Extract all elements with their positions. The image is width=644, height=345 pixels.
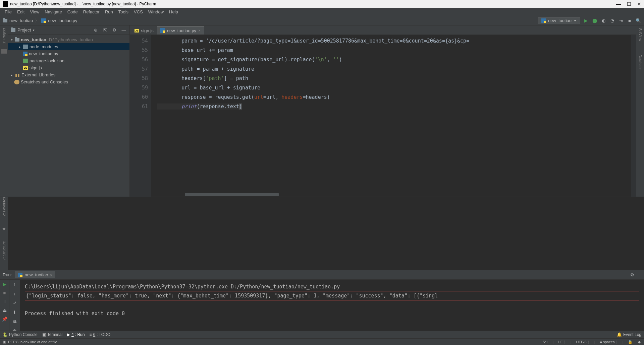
- chevron-down-icon: ▼: [574, 19, 577, 22]
- hide-icon[interactable]: —: [635, 272, 641, 278]
- gear-icon[interactable]: ⚙: [111, 27, 117, 33]
- pin-button[interactable]: 📌: [2, 316, 8, 322]
- left-tool-strip: 1: Project: [0, 25, 8, 197]
- menu-view[interactable]: View: [28, 9, 41, 15]
- todo-button[interactable]: ≡ 6: TODO: [89, 332, 110, 337]
- menu-file[interactable]: File: [3, 9, 14, 15]
- tree-item-scratches[interactable]: Scratches and Consoles: [8, 78, 129, 85]
- horizontal-scrollbar[interactable]: [151, 193, 629, 197]
- event-log-button[interactable]: 🔔 Event Log: [617, 332, 641, 337]
- editor-minimap[interactable]: [631, 35, 636, 197]
- run-button[interactable]: ▶: [583, 18, 589, 24]
- status-hector-icon[interactable]: ☻: [637, 340, 641, 344]
- menu-run[interactable]: Run: [103, 9, 115, 15]
- favorites-tool-button[interactable]: 2: Favorites: [2, 197, 6, 216]
- structure-tool-button[interactable]: 7: Structure: [2, 241, 6, 260]
- menu-edit[interactable]: Edit: [15, 9, 26, 15]
- expand-arrow-icon[interactable]: ▾: [10, 38, 13, 42]
- terminal-button[interactable]: ▣ Terminal: [42, 332, 62, 337]
- tree-item-new-tuotiao-py[interactable]: new_tuotiao.py: [8, 50, 129, 57]
- tree-item-package-lock[interactable]: package-lock.json: [8, 57, 129, 64]
- close-tab-icon[interactable]: ×: [198, 28, 200, 32]
- tree-item-external-libraries[interactable]: ▸ ▮▮ External Libraries: [8, 71, 129, 78]
- js-file-icon: JS: [23, 66, 28, 70]
- menu-vcs[interactable]: VCS: [132, 9, 145, 15]
- status-icon: ▣: [3, 340, 6, 344]
- chevron-right-icon: 〉: [35, 18, 39, 24]
- editor-tab-label: new_tuotiao.py: [167, 28, 196, 33]
- chevron-down-icon[interactable]: ▾: [33, 28, 35, 32]
- debug-button[interactable]: ⬤: [592, 18, 598, 24]
- editor-tab-sign-js[interactable]: JS sign.js: [131, 26, 157, 34]
- exit-button[interactable]: ⏏: [2, 307, 8, 313]
- status-bar: ▣ PEP 8: blank line at end of file 5:1 |…: [0, 338, 644, 345]
- menu-help[interactable]: Help: [167, 9, 180, 15]
- menu-window[interactable]: Window: [146, 9, 166, 15]
- print-button[interactable]: 🖶: [12, 319, 18, 325]
- pause-button[interactable]: ⏸: [2, 298, 8, 304]
- expand-arrow-icon[interactable]: ▸: [10, 73, 13, 77]
- soft-wrap-button[interactable]: ⤶: [12, 300, 18, 306]
- run-output[interactable]: C:\Users\lijun\AppData\Local\Programs\Py…: [20, 280, 644, 334]
- tree-root-name: new_tuotiao: [21, 37, 46, 42]
- tree-root[interactable]: ▾ new_tuotiao D:\Python\new_tuotiao: [8, 36, 129, 43]
- expand-arrow-icon[interactable]: ▸: [18, 45, 21, 49]
- scrollbar-thumb[interactable]: [185, 193, 279, 196]
- attach-button[interactable]: ⇥: [618, 18, 624, 24]
- up-button[interactable]: ↑: [12, 281, 18, 287]
- run-config-label: new_tuotiao: [548, 18, 572, 23]
- run-coverage-button[interactable]: ◐: [600, 18, 606, 24]
- code-editor[interactable]: 5455565758596061 param = '/c/user/articl…: [130, 35, 636, 197]
- svg-rect-9: [20, 275, 22, 277]
- tree-item-label: External Libraries: [21, 72, 55, 77]
- run-configuration-selector[interactable]: new_tuotiao ▼: [538, 17, 580, 24]
- scratches-icon: [14, 80, 19, 84]
- locate-icon[interactable]: ⊕: [93, 27, 99, 33]
- menu-navigate[interactable]: Navigate: [43, 9, 64, 15]
- collapse-all-icon[interactable]: ⇱: [102, 27, 108, 33]
- menu-code[interactable]: Code: [65, 9, 80, 15]
- close-tab-icon[interactable]: ×: [50, 273, 52, 277]
- project-header-title[interactable]: Project: [17, 27, 31, 32]
- breadcrumb-root[interactable]: new_tuotiao: [9, 18, 33, 23]
- profile-button[interactable]: ◔: [609, 18, 615, 24]
- tree-item-sign-js[interactable]: JS sign.js: [8, 64, 129, 71]
- editor-tab-new-tuotiao-py[interactable]: new_tuotiao.py ×: [157, 26, 204, 34]
- app-icon: [3, 1, 8, 7]
- down-button[interactable]: ↓: [12, 290, 18, 296]
- status-line-separator[interactable]: LF ⤵: [558, 340, 566, 344]
- run-tab[interactable]: new_tuotiao ×: [15, 271, 55, 278]
- gear-icon[interactable]: ⚙: [629, 272, 635, 278]
- stop-button[interactable]: ■: [2, 290, 8, 296]
- star-icon[interactable]: ★: [2, 226, 6, 231]
- tree-item-node-modules[interactable]: ▸ node_modules: [8, 43, 129, 50]
- run-button-bottom[interactable]: ▶ 4: Run: [67, 332, 85, 337]
- rerun-button[interactable]: ▶: [2, 281, 8, 287]
- editor-tabs: JS sign.js new_tuotiao.py ×: [130, 25, 636, 35]
- scroll-to-end-button[interactable]: ⬇: [12, 309, 18, 315]
- navigation-bar: new_tuotiao 〉 new_tuotiao.py new_tuotiao…: [0, 16, 644, 25]
- cursor-caret: [25, 318, 25, 324]
- status-indent[interactable]: 4 spaces ⤵: [600, 340, 618, 344]
- menu-refactor[interactable]: Refactor: [81, 9, 102, 15]
- search-everywhere-button[interactable]: 🔍: [635, 18, 641, 24]
- window-title: new_tuotiao [D:\Python\new_tuotiao] - ..…: [10, 2, 616, 6]
- code-content[interactable]: param = '/c/user/article/?page_type=1&us…: [151, 35, 631, 197]
- hide-icon[interactable]: —: [121, 27, 127, 33]
- main-menu: File Edit View Navigate Code Refactor Ru…: [0, 8, 644, 16]
- project-tool-button[interactable]: 1: Project: [2, 28, 6, 44]
- window-minimize-button[interactable]: —: [616, 1, 621, 7]
- bookmark-icon[interactable]: [1, 49, 7, 54]
- status-position[interactable]: 5:1: [543, 340, 548, 344]
- breadcrumb-file[interactable]: new_tuotiao.py: [48, 18, 77, 23]
- status-encoding[interactable]: UTF-8 ⤵: [576, 340, 589, 344]
- window-close-button[interactable]: ✕: [637, 1, 641, 7]
- status-lock-icon[interactable]: 🔒: [628, 340, 633, 344]
- sciview-tool-button[interactable]: SciView: [638, 28, 642, 41]
- window-maximize-button[interactable]: ☐: [627, 1, 631, 7]
- stop-button[interactable]: ■: [627, 18, 633, 24]
- project-tree[interactable]: ▾ new_tuotiao D:\Python\new_tuotiao ▸ no…: [8, 35, 129, 197]
- menu-tools[interactable]: Tools: [116, 9, 130, 15]
- python-console-button[interactable]: 🐍 Python Console: [3, 332, 38, 337]
- database-tool-button[interactable]: Database: [638, 55, 642, 70]
